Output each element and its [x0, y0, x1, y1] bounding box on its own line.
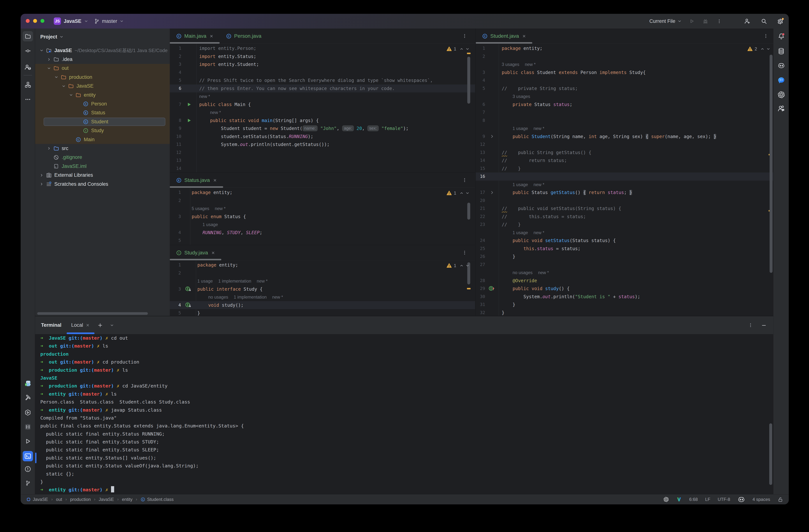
tree-item-label[interactable]: entity	[84, 92, 96, 98]
close-icon[interactable]	[209, 34, 213, 38]
terminal-options-button[interactable]	[748, 323, 753, 328]
inlay-hint[interactable]: 1 usage	[197, 279, 213, 284]
terminal-dropdown-button[interactable]	[110, 323, 114, 327]
tab-label[interactable]: Person.java	[234, 33, 261, 39]
tree-item-src[interactable]: src	[35, 144, 170, 153]
plugin-tool-button[interactable]	[23, 378, 33, 389]
inlay-hint[interactable]: new *	[534, 230, 545, 235]
build-tool-button[interactable]	[23, 393, 33, 403]
terminal-scrollbar[interactable]	[769, 424, 772, 485]
tree-item-label[interactable]: External Libraries	[54, 172, 93, 178]
search-everywhere-button[interactable]	[761, 18, 767, 24]
editor-content[interactable]: 1import entity.Person;2import entity.Sta…	[170, 44, 475, 172]
chevron-expanded-icon[interactable]	[53, 74, 59, 80]
inlay-hint[interactable]: new *	[525, 62, 536, 67]
terminal-tab-local[interactable]: Local	[67, 316, 94, 334]
line-separator[interactable]: LF	[705, 497, 710, 502]
database-tool-button[interactable]	[776, 46, 786, 56]
inlay-hint[interactable]: 5 usages	[192, 206, 209, 211]
close-icon[interactable]	[522, 34, 526, 38]
previous-warning-icon[interactable]	[460, 263, 464, 268]
breadcrumb-item[interactable]: entity	[122, 497, 132, 502]
commit-tool-button[interactable]	[23, 46, 33, 56]
breadcrumb-label[interactable]: entity	[122, 497, 132, 502]
inlay-hint[interactable]: new *	[199, 94, 210, 99]
tab-status-java[interactable]: EStatus.java	[170, 173, 223, 188]
chevron-expanded-icon[interactable]	[38, 47, 45, 54]
problems-tool-button[interactable]	[23, 464, 33, 474]
terminal-title[interactable]: Terminal	[41, 316, 62, 334]
tree-item-label[interactable]: JavaSE.iml	[62, 164, 87, 169]
horizontal-scrollbar[interactable]	[37, 312, 148, 315]
plugin-v-status-icon[interactable]	[676, 497, 682, 502]
chevron-collapsed-icon[interactable]	[46, 145, 52, 152]
impl-down-gutter-icon[interactable]	[181, 285, 196, 293]
fold-gutter-icon[interactable]	[485, 189, 499, 196]
debug-button[interactable]	[703, 18, 708, 24]
chat-assistant-button[interactable]	[776, 75, 786, 85]
tree-item-label[interactable]: JavaSE	[54, 48, 72, 53]
tab-options-icon[interactable]	[762, 32, 770, 39]
previous-warning-icon[interactable]	[460, 191, 464, 195]
breadcrumb-label[interactable]: JavaSE	[99, 497, 114, 502]
window-controls[interactable]	[26, 19, 45, 23]
tree-item-person[interactable]: CPerson	[35, 99, 170, 108]
next-warning-icon[interactable]	[766, 47, 770, 51]
tree-item-label[interactable]: out	[62, 65, 69, 71]
tab-student-java[interactable]: CStudent.java	[476, 29, 532, 44]
inlay-hint[interactable]: 1 usage	[513, 126, 528, 131]
settings-button[interactable]	[777, 17, 784, 25]
caret-position[interactable]: 6:68	[689, 497, 698, 502]
fold-gutter-icon[interactable]	[485, 133, 499, 141]
tree-item-entity[interactable]: entity	[35, 90, 170, 99]
tree-item-label[interactable]: Student	[91, 119, 108, 125]
tree-item-label[interactable]: production	[69, 74, 92, 80]
tree-item-scratches-and-consoles[interactable]: Scratches and Consoles	[35, 180, 170, 189]
chevron-collapsed-icon[interactable]	[46, 56, 52, 63]
editor-scrollbar[interactable]	[467, 203, 470, 220]
hide-terminal-button[interactable]	[761, 323, 767, 328]
chevron-collapsed-icon[interactable]	[38, 172, 45, 178]
tree-item--idea[interactable]: .idea	[35, 55, 170, 64]
tree-item-javase-iml[interactable]: JavaSE.iml	[35, 162, 170, 171]
inlay-hint[interactable]: 3 usages	[513, 94, 530, 99]
chevron-collapsed-icon[interactable]	[38, 181, 45, 187]
next-warning-icon[interactable]	[465, 47, 469, 51]
warning-stripe-mark[interactable]	[467, 53, 470, 54]
copilot-status-icon[interactable]	[738, 496, 745, 503]
file-writable-icon[interactable]	[777, 497, 783, 502]
version-control-tool-button[interactable]	[23, 478, 33, 488]
breadcrumb-item[interactable]: CStudent.class	[140, 497, 174, 502]
inlay-hint[interactable]: 1 usage	[513, 182, 528, 187]
inlay-hint[interactable]: new *	[215, 206, 226, 211]
warning-stripe-mark[interactable]	[467, 288, 470, 289]
tab-label[interactable]: Student.java	[490, 33, 519, 39]
editor-content[interactable]: 1package entity;23 usagesnew *3public cl…	[476, 44, 773, 316]
terminal-output[interactable]: ➜ JavaSE git:(master) ✗ cd out➜ out git:…	[40, 334, 766, 494]
terminal-tool-button[interactable]	[23, 451, 33, 461]
inlay-hint[interactable]: new *	[210, 110, 221, 115]
tree-item-label[interactable]: Main	[84, 137, 94, 142]
tree-item-label[interactable]: src	[62, 145, 68, 151]
inlay-hint[interactable]: no usages	[513, 270, 532, 275]
run-tool-button[interactable]	[23, 436, 33, 446]
breadcrumb-label[interactable]: out	[56, 497, 62, 502]
editor-scrollbar[interactable]	[770, 55, 773, 273]
inspections-widget[interactable]: 2	[747, 46, 770, 52]
tree-item-label[interactable]: JavaSE	[76, 83, 93, 89]
editor-content[interactable]: 1package entity;21 usage1 implementation…	[170, 260, 475, 316]
impl-down-gutter-icon[interactable]	[181, 301, 196, 309]
tree-item-student[interactable]: CStudent	[35, 117, 170, 126]
tree-item-label[interactable]: Status	[91, 110, 105, 116]
tab-options-icon[interactable]	[461, 249, 468, 256]
openai-plugin-button[interactable]	[776, 89, 786, 100]
breadcrumbs[interactable]: JavaSE›out›production›JavaSE›entity›CStu…	[26, 495, 174, 504]
services-tool-button[interactable]	[23, 407, 33, 418]
inlay-hint[interactable]: new *	[272, 295, 283, 299]
openai-status-icon[interactable]	[664, 497, 669, 502]
run-button[interactable]	[689, 18, 694, 24]
tab-options-icon[interactable]	[461, 176, 468, 184]
inlay-hint[interactable]: new *	[257, 279, 268, 284]
chevron-expanded-icon[interactable]	[46, 65, 52, 71]
project-widget[interactable]: JS JavaSE	[54, 14, 88, 29]
